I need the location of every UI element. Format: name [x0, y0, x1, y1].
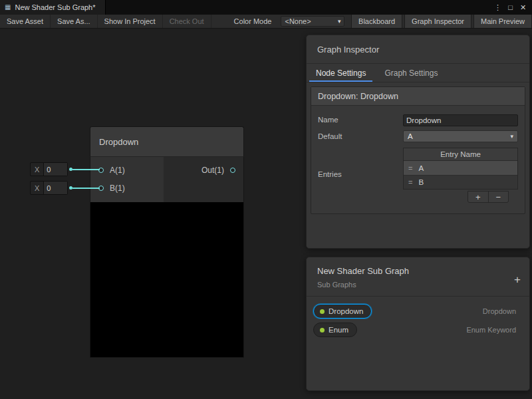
- output-port[interactable]: [230, 168, 235, 173]
- output-port-label: Out(1): [201, 166, 224, 175]
- edge-b[interactable]: [72, 188, 100, 189]
- graph-inspector-title[interactable]: Graph Inspector: [307, 35, 529, 64]
- shader-graph-icon: ▦: [5, 4, 11, 11]
- input-port-row-a: A(1): [90, 161, 164, 179]
- blackboard-item-enum: Enum Enum Keyword: [307, 321, 529, 339]
- blackboard-header[interactable]: New Shader Sub Graph Sub Graphs +: [307, 257, 529, 297]
- property-pill-label: Enum: [329, 326, 348, 334]
- entry-row-a[interactable]: = A: [404, 161, 517, 175]
- input-port-b-label: B(1): [110, 184, 125, 193]
- drag-handle-icon[interactable]: =: [408, 178, 412, 186]
- graph-inspector-panel: Graph Inspector Node Settings Graph Sett…: [306, 35, 530, 249]
- blackboard-title: New Shader Sub Graph: [317, 266, 519, 276]
- check-out-button: Check Out: [163, 15, 211, 28]
- entry-name: A: [418, 164, 424, 172]
- port-value-widget-b: X: [30, 181, 68, 195]
- entries-list: Entry Name = A = B: [403, 148, 518, 190]
- remove-entry-button[interactable]: −: [488, 192, 509, 202]
- drag-handle-icon[interactable]: =: [408, 164, 412, 172]
- port-value-input-a[interactable]: [43, 163, 67, 176]
- color-mode-value: <None>: [285, 17, 311, 25]
- document-tab[interactable]: ▦ New Shader Sub Graph*: [0, 0, 106, 15]
- node-title: Dropdown: [99, 137, 138, 147]
- main-preview-toggle-button[interactable]: Main Preview: [473, 15, 532, 28]
- edge-a[interactable]: [72, 169, 100, 170]
- property-pill-enum[interactable]: Enum: [313, 323, 357, 337]
- toolbar-right-group: Blackboard Graph Inspector Main Preview: [349, 15, 532, 28]
- color-mode-label: Color Mode: [229, 15, 277, 28]
- maximize-icon[interactable]: □: [505, 1, 515, 13]
- chevron-down-icon: ▾: [510, 133, 513, 140]
- graph-inspector-toggle-button[interactable]: Graph Inspector: [404, 15, 471, 28]
- show-in-project-button[interactable]: Show In Project: [98, 15, 163, 28]
- property-type-label: Dropdown: [483, 307, 516, 315]
- node-settings-rows: Name Default A ▾ Entries: [311, 106, 525, 203]
- chevron-down-icon: ▾: [338, 18, 341, 25]
- property-pill-dropdown[interactable]: Dropdown: [313, 304, 372, 319]
- default-dropdown-value: A: [408, 132, 413, 140]
- tab-graph-settings[interactable]: Graph Settings: [375, 64, 447, 82]
- window-controls: ⋮ □ ✕: [493, 1, 532, 13]
- close-icon[interactable]: ✕: [518, 1, 528, 13]
- entries-label: Entries: [318, 146, 403, 203]
- blackboard-toggle-button[interactable]: Blackboard: [351, 15, 402, 28]
- entries-list-buttons: + −: [467, 191, 509, 203]
- add-property-button[interactable]: +: [514, 274, 521, 285]
- blackboard-subtitle: Sub Graphs: [317, 281, 519, 289]
- axis-label-x: X: [31, 184, 43, 192]
- save-as-button[interactable]: Save As...: [51, 15, 98, 28]
- name-input[interactable]: [403, 114, 518, 126]
- document-tab-title: New Shader Sub Graph*: [15, 3, 95, 11]
- name-label: Name: [318, 114, 403, 126]
- toolbar-spacer: [211, 15, 229, 28]
- node-body: A(1) B(1) Out(1): [90, 157, 244, 202]
- input-port-row-b: B(1): [90, 179, 164, 197]
- entries-list-footer: + −: [403, 191, 518, 203]
- node-output-column: Out(1): [164, 157, 243, 202]
- property-pill-label: Dropdown: [329, 307, 363, 315]
- tab-node-settings[interactable]: Node Settings: [307, 64, 375, 82]
- add-entry-button[interactable]: +: [468, 192, 488, 202]
- input-port-a-label: A(1): [110, 166, 125, 175]
- default-row: Default A ▾: [318, 130, 518, 142]
- default-dropdown[interactable]: A ▾: [403, 130, 518, 142]
- node-preview: [90, 202, 244, 358]
- node-settings-box: Dropdown: Dropdown Name Default A ▾: [311, 86, 525, 214]
- name-row: Name: [318, 114, 518, 126]
- port-value-input-b[interactable]: [43, 182, 67, 194]
- default-label: Default: [318, 130, 403, 142]
- entries-row: Entries Entry Name = A = B: [318, 146, 518, 203]
- entry-name: B: [418, 178, 424, 186]
- port-value-widget-a: X: [30, 162, 68, 176]
- blackboard-panel: New Shader Sub Graph Sub Graphs + Dropdo…: [306, 257, 530, 391]
- node-header[interactable]: Dropdown: [90, 126, 244, 157]
- blackboard-item-dropdown: Dropdown Dropdown: [307, 302, 529, 321]
- axis-label-x: X: [31, 166, 43, 174]
- node-settings-section-title: Dropdown: Dropdown: [311, 87, 525, 106]
- unity-shader-graph-window: ▦ New Shader Sub Graph* ⋮ □ ✕ Save Asset…: [0, 0, 532, 399]
- titlebar: ▦ New Shader Sub Graph* ⋮ □ ✕: [0, 0, 532, 15]
- property-type-label: Enum Keyword: [466, 326, 516, 334]
- inspector-tabs: Node Settings Graph Settings: [307, 64, 529, 82]
- property-dot-icon: [320, 309, 325, 314]
- entry-row-b[interactable]: = B: [404, 175, 517, 189]
- dropdown-node[interactable]: Dropdown A(1) B(1) Out(1): [90, 126, 244, 358]
- toolbar: Save Asset Save As... Show In Project Ch…: [0, 15, 532, 29]
- entries-list-header: Entry Name: [404, 148, 517, 161]
- window-menu-icon[interactable]: ⋮: [493, 1, 503, 13]
- node-input-column: A(1) B(1): [90, 157, 164, 202]
- save-asset-button[interactable]: Save Asset: [0, 15, 51, 28]
- blackboard-items: Dropdown Dropdown Enum Enum Keyword: [307, 297, 529, 339]
- output-port-row: Out(1): [201, 161, 243, 179]
- property-dot-icon: [320, 328, 325, 332]
- color-mode-dropdown[interactable]: <None> ▾: [281, 16, 344, 27]
